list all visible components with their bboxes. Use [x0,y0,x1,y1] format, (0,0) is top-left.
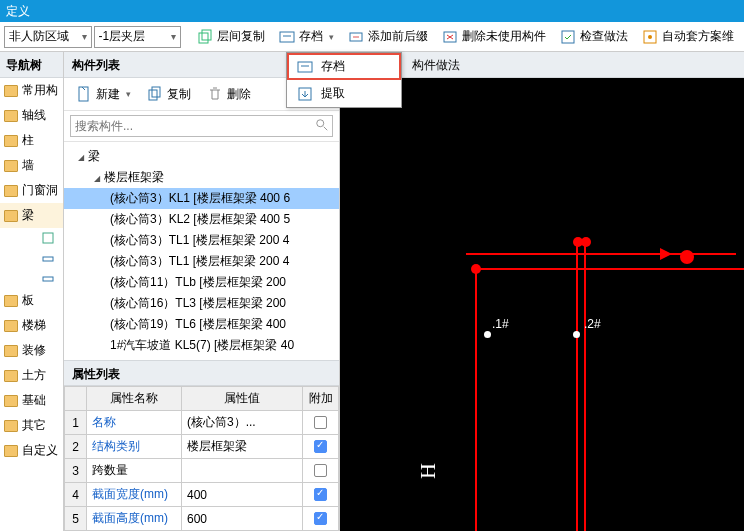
tab-method[interactable]: 构件做法 [396,52,476,77]
nav-label: 基础 [22,392,46,409]
folder-icon [4,185,18,197]
tree-root[interactable]: 梁 [64,146,339,167]
nav-item[interactable]: 楼梯 [0,313,63,338]
nav-item[interactable]: 基础 [0,388,63,413]
property-table: 属性名称属性值附加 1名称(核心筒3）...2结构类别楼层框架梁3跨数量4截面宽… [64,386,339,531]
col-ext: 附加 [303,387,339,411]
nav-subicon[interactable] [0,228,63,248]
nav-subicon[interactable] [0,268,63,288]
nav-item[interactable]: 门窗洞 [0,178,63,203]
region-value: 非人防区域 [9,28,69,45]
search-icon[interactable] [315,118,329,132]
nav-label: 自定义 [22,442,58,459]
layer-copy-button[interactable]: 层间复制 [191,25,271,49]
folder-icon [4,395,18,407]
prop-check[interactable] [303,507,339,531]
folder-icon [4,445,18,457]
check-button[interactable]: 检查做法 [554,25,634,49]
prop-name: 截面高度(mm) [87,507,182,531]
svg-rect-12 [43,277,53,281]
prop-check[interactable] [303,459,339,483]
check-icon [560,29,576,45]
archive-button[interactable]: 存档▾ [273,25,340,49]
tree-item[interactable]: (核心筒3）KL1 [楼层框架梁 400 6 [64,188,339,209]
nav-item[interactable]: 装修 [0,338,63,363]
prop-value[interactable]: 楼层框架梁 [182,435,303,459]
tree-item[interactable]: (核心筒3）TL1 [楼层框架梁 200 4 [64,251,339,272]
nav-item[interactable]: 自定义 [0,438,63,463]
delete-unused-button[interactable]: 删除未使用构件 [436,25,552,49]
property-row[interactable]: 1名称(核心筒3）... [65,411,339,435]
trash-icon [207,86,223,102]
archive-icon [279,29,295,45]
prop-value[interactable] [182,459,303,483]
svg-rect-5 [562,31,574,43]
tag-icon [348,29,364,45]
prop-check[interactable] [303,411,339,435]
tree-item[interactable]: (核心筒3）KL2 [楼层框架梁 400 5 [64,209,339,230]
menu-extract[interactable]: 提取 [287,80,401,107]
svg-rect-2 [280,32,294,42]
region-select[interactable]: 非人防区域 [4,26,92,48]
folder-icon [4,320,18,332]
prop-value[interactable]: 400 [182,483,303,507]
nav-item[interactable]: 板 [0,288,63,313]
tree-item[interactable]: (核心筒3）TL1 [楼层框架梁 200 4 [64,230,339,251]
label-h: H [415,463,441,479]
nav-label: 土方 [22,367,46,384]
nav-label: 装修 [22,342,46,359]
nav-item[interactable]: 常用构 [0,78,63,103]
floor-select[interactable]: -1层夹层 [94,26,182,48]
col-name: 属性名称 [87,387,182,411]
svg-rect-11 [43,257,53,261]
property-row[interactable]: 3跨数量 [65,459,339,483]
label-1: .1# [492,308,509,334]
nav-subicon[interactable] [0,248,63,268]
tree-item[interactable]: (核心筒16）TL3 [楼层框架梁 200 [64,293,339,314]
property-row[interactable]: 5截面高度(mm)600 [65,507,339,531]
svg-rect-15 [152,87,160,97]
auto-plan-button[interactable]: 自动套方案维 [636,25,740,49]
svg-point-7 [648,35,652,39]
prop-check[interactable] [303,483,339,507]
prefix-suffix-button[interactable]: 添加前后缀 [342,25,434,49]
svg-rect-1 [202,30,211,40]
menu-archive[interactable]: 存档 [287,53,401,80]
nav-item[interactable]: 土方 [0,363,63,388]
nav-label: 轴线 [22,107,46,124]
floor-value: -1层夹层 [99,28,146,45]
folder-icon [4,420,18,432]
prop-value[interactable]: (核心筒3）... [182,411,303,435]
folder-icon [4,295,18,307]
tree-l2[interactable]: 楼层框架梁 [64,167,339,188]
nav-item[interactable]: 其它 [0,413,63,438]
prop-name: 截面宽度(mm) [87,483,182,507]
main-toolbar: 非人防区域 -1层夹层 层间复制 存档▾ 添加前后缀 删除未使用构件 检查做法 … [0,22,744,52]
tree-item[interactable]: (核心筒19）TL6 [楼层框架梁 400 [64,314,339,335]
prop-value[interactable]: 600 [182,507,303,531]
svg-rect-14 [149,90,157,100]
drawing-viewer[interactable]: .1# .2# H [340,78,744,531]
property-row[interactable]: 4截面宽度(mm)400 [65,483,339,507]
delete-button[interactable]: 删除 [201,82,257,106]
nav-label: 柱 [22,132,34,149]
new-button[interactable]: 新建▾ [70,82,137,106]
prop-name: 结构类别 [87,435,182,459]
copy-button[interactable]: 复制 [141,82,197,106]
folder-icon [4,160,18,172]
prop-check[interactable] [303,435,339,459]
svg-rect-0 [199,33,208,43]
search-input[interactable] [70,115,333,137]
tree-item[interactable]: (核心筒11）TLb [楼层框架梁 200 [64,272,339,293]
property-row[interactable]: 2结构类别楼层框架梁 [65,435,339,459]
component-tree[interactable]: 梁 楼层框架梁 (核心筒3）KL1 [楼层框架梁 400 6(核心筒3）KL2 … [64,142,339,360]
tree-item[interactable]: 1#汽车坡道 KL5(7) [楼层框架梁 40 [64,335,339,356]
nav-label: 门窗洞 [22,182,58,199]
nav-item[interactable]: 轴线 [0,103,63,128]
nav-item[interactable]: 墙 [0,153,63,178]
prop-name: 跨数量 [87,459,182,483]
nav-item[interactable]: 柱 [0,128,63,153]
nav-item[interactable]: 梁 [0,203,63,228]
nav-tree-panel: 导航树 常用构轴线柱墙门窗洞梁板楼梯装修土方基础其它自定义 [0,52,64,531]
auto-icon [642,29,658,45]
